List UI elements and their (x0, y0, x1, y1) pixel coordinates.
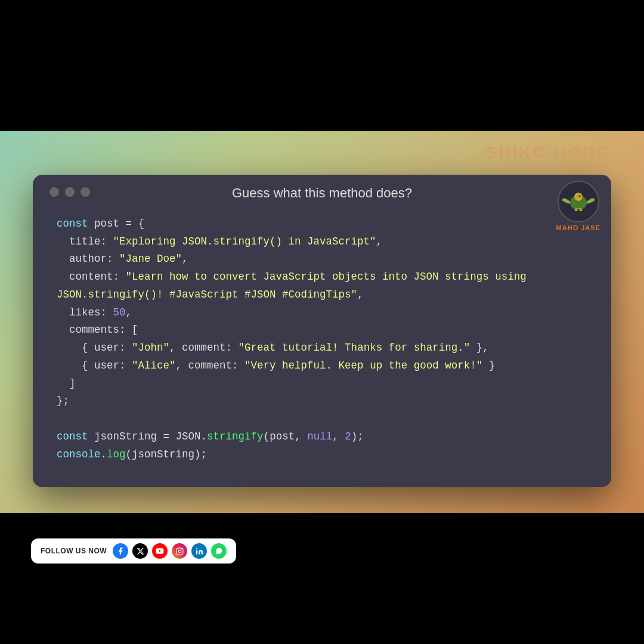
youtube-icon[interactable] (152, 543, 168, 559)
follow-bar: FOLLOW US NOW (31, 538, 236, 564)
code-line-9: { user: "Alice", comment: "Very helpful.… (57, 357, 587, 375)
code-line-13: const jsonString = JSON.stringify(post, … (57, 428, 587, 446)
svg-point-5 (178, 550, 181, 552)
code-line-3: author: "Jane Doe", (57, 250, 587, 268)
logo-icon (561, 184, 596, 219)
brand-title: SHIKO HODO (486, 143, 611, 162)
facebook-icon[interactable] (113, 543, 128, 559)
twitter-icon[interactable] (132, 543, 148, 559)
code-block: const post = { title: "Exploring JSON.st… (33, 209, 611, 488)
black-bar-bottom (0, 513, 644, 644)
window-dots (49, 187, 90, 197)
code-line-1: const post = { (57, 215, 587, 233)
code-window: Guess what this method does? (33, 175, 611, 488)
code-line-4: content: "Learn how to convert JavaScrip… (57, 268, 587, 286)
dot-green (80, 187, 90, 197)
social-icons (113, 543, 227, 559)
linkedin-icon[interactable] (191, 543, 207, 559)
svg-point-7 (196, 548, 197, 549)
dot-yellow (65, 187, 75, 197)
logo-area: MAHO JASE (556, 181, 600, 231)
svg-rect-4 (177, 548, 183, 555)
code-line-5: JSON.stringify()! #JavaScript #JSON #Cod… (57, 286, 587, 304)
svg-point-6 (181, 549, 182, 550)
black-bar-top (0, 0, 644, 131)
code-line-8: { user: "John", comment: "Great tutorial… (57, 339, 587, 357)
logo-circle (558, 181, 599, 222)
code-empty-line (57, 410, 587, 428)
code-line-14: console.log(jsonString); (57, 446, 587, 464)
code-line-6: likes: 50, (57, 304, 587, 322)
window-title: Guess what this method does? (232, 185, 412, 201)
dot-red (49, 187, 59, 197)
logo-label: MAHO JASE (556, 224, 600, 231)
follow-label: FOLLOW US NOW (41, 547, 107, 555)
instagram-icon[interactable] (172, 543, 187, 559)
code-line-7: comments: [ (57, 321, 587, 339)
titlebar: Guess what this method does? (33, 175, 611, 209)
code-line-10: ] (57, 375, 587, 393)
whatsapp-icon[interactable] (211, 543, 227, 559)
background: SHIKO HODO Guess what this method does? (0, 0, 644, 644)
code-line-11: }; (57, 392, 587, 410)
svg-point-3 (578, 195, 580, 197)
code-line-2: title: "Exploring JSON.stringify() in Ja… (57, 233, 587, 251)
